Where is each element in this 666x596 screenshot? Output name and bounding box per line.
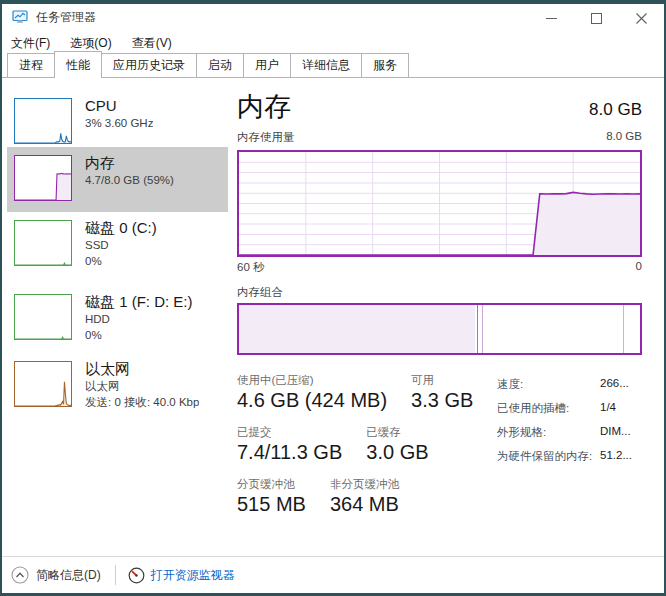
- sidebar-cpu-title: CPU: [85, 96, 153, 115]
- sidebar-ethernet-name: 以太网: [85, 378, 199, 394]
- fewer-details-label: 简略信息(D): [36, 567, 101, 584]
- sidebar-ethernet-title: 以太网: [85, 359, 199, 378]
- resource-monitor-gauge-icon: [128, 567, 145, 584]
- usage-chart-label: 内存使用量: [237, 130, 295, 145]
- sidebar-item-ethernet[interactable]: 以太网 以太网 发送: 0 接收: 40.0 Kbp: [7, 353, 228, 415]
- stat-cached: 已缓存 3.0 GB: [366, 425, 428, 464]
- sidebar-disk0-title: 磁盘 0 (C:): [85, 218, 157, 237]
- detail-slots-label: 已使用的插槽:: [497, 401, 600, 416]
- detail-form-factor-value: DIM...: [600, 425, 648, 440]
- detail-speed-value: 266...: [600, 377, 648, 392]
- sidebar-disk1-type: HDD: [85, 311, 193, 327]
- chart-x-left-label: 60 秒: [237, 260, 265, 275]
- performance-sidebar: CPU 3% 3.60 GHz 内存 4.7/8.0 GB (59%) 磁盘 0…: [2, 78, 232, 556]
- window-title: 任务管理器: [36, 9, 96, 26]
- sidebar-ethernet-stats: 发送: 0 接收: 40.0 Kbp: [85, 394, 199, 410]
- sidebar-disk0-usage: 0%: [85, 253, 157, 269]
- disk1-mini-chart: [14, 294, 72, 340]
- disk0-mini-chart: [14, 220, 72, 266]
- tab-users[interactable]: 用户: [243, 53, 291, 77]
- detail-form-factor-label: 外形规格:: [497, 425, 600, 440]
- composition-marker: [477, 305, 478, 353]
- detail-speed-label: 速度:: [497, 377, 600, 392]
- sidebar-item-disk1[interactable]: 磁盘 1 (F: D: E:) HDD 0%: [7, 286, 228, 360]
- fewer-details-button[interactable]: 简略信息(D): [11, 566, 101, 584]
- minimize-button[interactable]: [529, 4, 574, 32]
- tab-startup[interactable]: 启动: [196, 53, 244, 77]
- tab-services[interactable]: 服务: [361, 53, 409, 77]
- sidebar-item-memory[interactable]: 内存 4.7/8.0 GB (59%): [7, 147, 228, 212]
- composition-in-use-segment: [239, 305, 475, 353]
- menu-file[interactable]: 文件(F): [11, 32, 59, 55]
- window-controls: [529, 4, 664, 32]
- maximize-button[interactable]: [574, 4, 619, 32]
- stat-in-use: 使用中(已压缩) 4.6 GB (424 MB): [237, 373, 387, 412]
- stat-committed: 已提交 7.4/11.3 GB: [237, 425, 342, 464]
- open-resource-monitor-link[interactable]: 打开资源监视器: [128, 567, 235, 584]
- cpu-mini-chart: [14, 98, 72, 144]
- ethernet-mini-chart: [14, 361, 72, 407]
- chevron-up-circle-icon: [11, 566, 29, 584]
- tab-performance[interactable]: 性能: [54, 51, 102, 78]
- footer-bar: 简略信息(D) 打开资源监视器: [2, 556, 664, 593]
- footer-divider: [115, 565, 116, 585]
- sidebar-item-disk0[interactable]: 磁盘 0 (C:) SSD 0%: [7, 212, 228, 286]
- detail-slots-value: 1/4: [600, 401, 648, 416]
- tab-app-history[interactable]: 应用历史记录: [101, 53, 197, 77]
- detail-reserved-value: 51.2...: [600, 449, 648, 464]
- sidebar-disk0-type: SSD: [85, 237, 157, 253]
- open-resource-monitor-label: 打开资源监视器: [151, 567, 235, 584]
- menu-view[interactable]: 查看(V): [132, 32, 181, 55]
- memory-usage-chart: [237, 150, 642, 257]
- chart-x-right-label: 0: [636, 260, 642, 275]
- memory-hardware-details: 速度: 266... 已使用的插槽: 1/4 外形规格: DIM... 为硬件保…: [497, 377, 648, 464]
- detail-reserved-label: 为硬件保留的内存:: [497, 449, 600, 464]
- sidebar-disk1-usage: 0%: [85, 327, 193, 343]
- title-bar: 任务管理器: [2, 4, 664, 30]
- stat-available: 可用 3.3 GB: [411, 373, 473, 412]
- tab-strip: 进程 性能 应用历史记录 启动 用户 详细信息 服务: [2, 54, 664, 78]
- memory-total: 8.0 GB: [589, 100, 642, 122]
- sidebar-cpu-stats: 3% 3.60 GHz: [85, 115, 153, 131]
- task-manager-app-icon: [12, 9, 28, 25]
- page-title: 内存: [237, 92, 291, 122]
- usage-chart-max: 8.0 GB: [606, 130, 642, 145]
- composition-marker: [623, 305, 624, 353]
- composition-label: 内存组合: [237, 285, 283, 300]
- sidebar-disk1-title: 磁盘 1 (F: D: E:): [85, 292, 193, 311]
- sidebar-memory-stats: 4.7/8.0 GB (59%): [85, 172, 174, 188]
- tab-details[interactable]: 详细信息: [290, 53, 362, 77]
- memory-stats: 使用中(已压缩) 4.6 GB (424 MB) 可用 3.3 GB 已提交 7…: [237, 373, 487, 529]
- memory-mini-chart: [14, 155, 72, 201]
- memory-panel: 内存 8.0 GB 内存使用量 8.0 GB 60 秒 0 内存组合 使用中(已…: [232, 78, 664, 556]
- tab-processes[interactable]: 进程: [7, 53, 55, 77]
- composition-marker: [482, 305, 483, 353]
- close-button[interactable]: [619, 4, 664, 32]
- stat-nonpaged-pool: 非分页缓冲池 364 MB: [330, 477, 399, 516]
- task-manager-window: 任务管理器 文件(F) 选项(O) 查看(V) 进程 性能 应用历史记录 启动 …: [2, 4, 664, 593]
- sidebar-memory-title: 内存: [85, 153, 174, 172]
- memory-composition-bar: [237, 303, 642, 355]
- sidebar-item-cpu[interactable]: CPU 3% 3.60 GHz: [7, 90, 228, 145]
- stat-paged-pool: 分页缓冲池 515 MB: [237, 477, 306, 516]
